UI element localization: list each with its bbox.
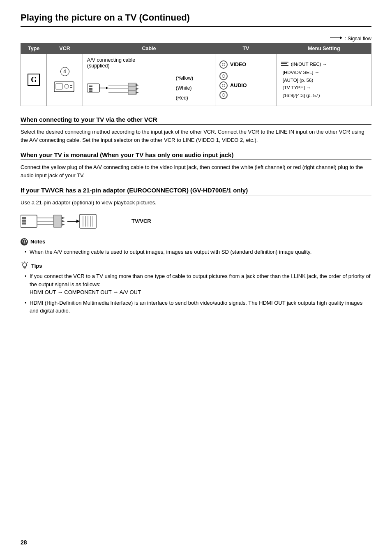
vcr-device-icon: [53, 79, 76, 93]
svg-rect-20: [128, 90, 136, 95]
tips-item-1: HDMI (High-Definition Multimedia Interfa…: [25, 299, 371, 315]
svg-marker-21: [136, 91, 139, 94]
svg-marker-15: [136, 84, 139, 86]
menu-line-0: (IN/OUT REC) →: [291, 60, 327, 68]
euroconn-section-title: If your TV/VCR has a 21-pin adaptor (EUR…: [21, 187, 371, 195]
cable-color-white: (White): [176, 85, 193, 91]
svg-rect-9: [89, 88, 92, 90]
cable-diagram-svg: [87, 74, 178, 102]
vcr-section-body: Select the desired connecting method acc…: [21, 128, 371, 144]
svg-rect-32: [53, 215, 62, 227]
notes-item-0: When the A/V connecting cable is used to…: [25, 248, 371, 256]
svg-marker-37: [76, 220, 80, 223]
cable-supplied: (supplied): [87, 63, 110, 69]
col-header-cable: Cable: [83, 44, 215, 54]
audio-label: AUDIO: [230, 83, 247, 88]
svg-rect-10: [89, 90, 92, 92]
svg-line-48: [27, 262, 28, 263]
svg-marker-35: [62, 223, 65, 226]
svg-point-4: [65, 84, 69, 88]
menu-line-2: [AUTO] (p. 56): [281, 76, 367, 84]
svg-rect-7: [87, 84, 99, 92]
signal-flow-arrow-icon: [330, 35, 342, 42]
euroconn-section-body: Use a 21-pin adaptor (optional) to view …: [21, 199, 371, 207]
svg-rect-24: [281, 65, 288, 66]
notes-section: ⓘ Notes When the A/V connecting cable is…: [21, 238, 371, 256]
col-header-tv: TV: [215, 44, 277, 54]
notes-icon: ⓘ: [21, 238, 28, 245]
menu-line-4: [16:9]/[4:3] (p. 57): [281, 92, 367, 99]
svg-rect-5: [70, 85, 72, 86]
audio-jack-icon-1: [219, 72, 228, 80]
tips-header-text: Tips: [31, 263, 42, 269]
connection-table: Type VCR Cable TV Menu Setting G 4: [21, 43, 371, 106]
cable-cell: A/V connecting cable (supplied): [83, 54, 215, 106]
cable-color-yellow: (Yellow): [176, 75, 193, 81]
audio-jack-icon-2: [219, 81, 228, 90]
type-g-icon: G: [28, 74, 40, 86]
video-jack-icon: [219, 60, 228, 69]
svg-marker-33: [62, 217, 65, 219]
menu-lines-icon: [281, 61, 289, 67]
tv-cell: VIDEO AUDIO: [215, 54, 277, 106]
svg-rect-22: [281, 62, 288, 63]
svg-point-44: [23, 263, 27, 267]
col-header-vcr: VCR: [47, 44, 83, 54]
menu-line-1: [HDV/DV SEL] →: [281, 69, 367, 76]
svg-line-49: [22, 262, 23, 263]
svg-marker-34: [62, 220, 65, 222]
svg-rect-27: [22, 220, 26, 222]
menu-line-3: [TV TYPE] →: [281, 84, 367, 91]
svg-rect-23: [281, 63, 287, 64]
tips-item-0: If you connect the VCR to a TV using mor…: [25, 272, 371, 296]
vcr-number: 4: [60, 67, 69, 76]
vcr-cell: 4: [47, 54, 83, 106]
signal-flow-label: : Signal flow: [21, 35, 371, 42]
menu-cell: (IN/OUT REC) → [HDV/DV SEL] → [AUTO] (p.…: [277, 54, 371, 106]
col-header-menu: Menu Setting: [277, 44, 371, 54]
svg-rect-6: [70, 87, 72, 88]
tips-list: If you connect the VCR to a TV using mor…: [21, 272, 371, 315]
svg-rect-8: [89, 86, 92, 87]
tips-section: Tips If you connect the VCR to a TV usin…: [21, 262, 371, 315]
euroconn-diagram-label: TV/VCR: [131, 218, 151, 224]
monaural-section-body: Connect the yellow plug of the A/V conne…: [21, 163, 371, 179]
table-row: G 4 A/V connec: [21, 54, 371, 106]
svg-marker-12: [106, 87, 108, 89]
svg-marker-1: [340, 36, 342, 39]
svg-rect-26: [22, 217, 26, 219]
notes-header-text: Notes: [30, 238, 45, 245]
cable-name: A/V connecting cable: [87, 57, 135, 63]
type-cell: G: [21, 54, 47, 106]
svg-rect-3: [56, 83, 62, 89]
vcr-section-title: When connecting to your TV via the other…: [21, 116, 371, 125]
audio-jack-icon-3: [219, 91, 228, 99]
tips-icon: [21, 262, 29, 270]
euroconn-diagram: TV/VCR: [21, 211, 371, 232]
video-label: VIDEO: [230, 62, 246, 67]
page-title: Playing the picture on a TV (Continued): [21, 12, 371, 27]
svg-marker-18: [136, 88, 139, 90]
svg-rect-28: [22, 222, 26, 225]
euroconn-diagram-svg: [21, 211, 127, 232]
notes-list: When the A/V connecting cable is used to…: [21, 248, 371, 256]
cable-color-red: (Red): [176, 95, 193, 101]
page-number: 28: [21, 539, 27, 546]
col-header-type: Type: [21, 44, 47, 54]
signal-flow-text: : Signal flow: [345, 36, 371, 42]
monaural-section-title: When your TV is monaural (When your TV h…: [21, 151, 371, 160]
